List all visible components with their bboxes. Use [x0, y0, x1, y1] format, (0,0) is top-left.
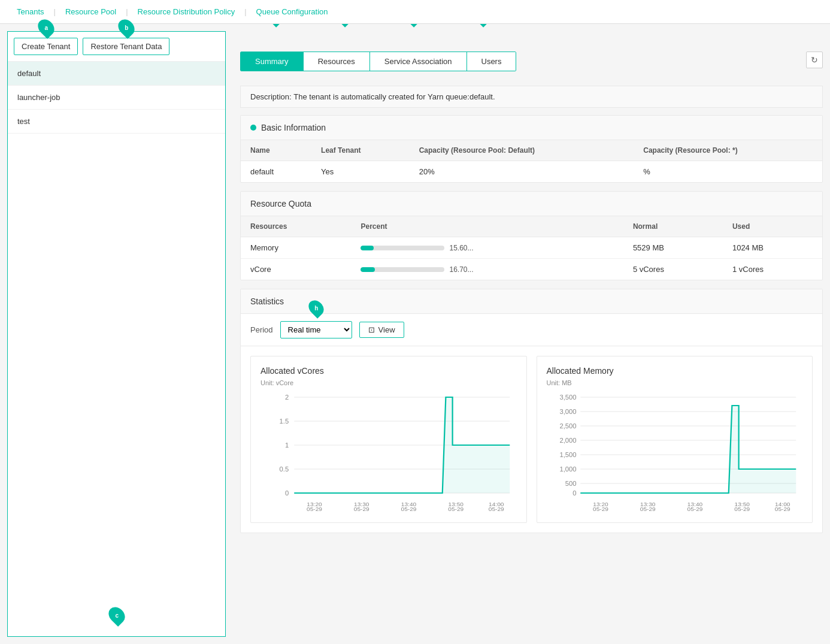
memory-svg: 3,500 3,000 2,500 2,000 1,500 1,000 500 … — [547, 391, 803, 511]
resource-quota-title: Resource Quota — [250, 199, 311, 208]
svg-text:05-29: 05-29 — [687, 506, 702, 511]
nav-divider-3: | — [242, 7, 249, 16]
svg-text:2,500: 2,500 — [559, 423, 576, 430]
resource-name: vCore — [241, 259, 351, 280]
description-label: Description: — [250, 92, 292, 101]
statistics-card: Statistics Period h Real time Last 1 hou… — [240, 289, 823, 533]
resource-used: 1 vCores — [723, 259, 822, 280]
vcores-chart: Allocated vCores Unit: vCore 2 1.5 1 0. — [250, 356, 527, 523]
memory-title: Allocated Memory — [547, 366, 803, 376]
tenant-name-launcher-job: launcher-job — [17, 93, 60, 102]
row-leaf-tenant: Yes — [311, 161, 410, 183]
view-button[interactable]: ⊡ View — [359, 322, 404, 338]
svg-text:3,000: 3,000 — [559, 409, 576, 415]
restore-tenant-button[interactable]: Restore Tenant Data — [83, 38, 169, 55]
table-row: vCore 16.70... 5 vCores1 vCores — [241, 259, 822, 280]
svg-text:05-29: 05-29 — [401, 506, 417, 511]
svg-text:05-29: 05-29 — [307, 506, 322, 511]
sidebar: a Create Tenant b Restore Tenant Data de… — [7, 31, 226, 637]
tenant-item-default[interactable]: default — [8, 62, 225, 86]
svg-text:1,000: 1,000 — [559, 466, 576, 473]
tab-summary[interactable]: Summary — [241, 52, 304, 71]
refresh-button[interactable]: ↻ — [806, 52, 823, 68]
svg-text:05-29: 05-29 — [734, 506, 750, 511]
col-resources: Resources — [241, 216, 351, 237]
tab-row: d e f g — [240, 30, 823, 78]
col-used: Used — [723, 216, 822, 237]
svg-text:05-29: 05-29 — [593, 506, 608, 511]
svg-text:500: 500 — [565, 480, 576, 487]
svg-text:3,500: 3,500 — [559, 394, 576, 401]
view-button-label: View — [378, 325, 395, 334]
col-capacity-star: Capacity (Resource Pool: *) — [634, 140, 822, 161]
tenant-item-launcher-job[interactable]: launcher-job — [8, 86, 225, 110]
statistics-title: Statistics — [250, 297, 284, 306]
tenant-name-test: test — [17, 117, 30, 126]
col-percent: Percent — [351, 216, 623, 237]
nav-queue-config[interactable]: Queue Configuration — [249, 0, 335, 23]
charts-row: Allocated vCores Unit: vCore 2 1.5 1 0. — [241, 346, 822, 533]
tour-pin-a-label: a — [44, 25, 48, 31]
svg-text:05-29: 05-29 — [640, 506, 655, 511]
tour-pin-c-label: c — [115, 612, 119, 619]
tab-resources[interactable]: Resources — [304, 52, 370, 71]
resource-normal: 5529 MB — [623, 237, 723, 259]
svg-text:1,500: 1,500 — [559, 452, 576, 458]
row-capacity-star: % — [634, 161, 822, 183]
description-bar: Description: The tenant is automatically… — [240, 86, 823, 108]
svg-text:05-29: 05-29 — [489, 506, 504, 511]
tour-pin-b-label: b — [125, 25, 128, 31]
period-select[interactable]: Real time Last 1 hour Last 6 hours Last … — [280, 321, 352, 338]
nav-resource-dist[interactable]: Resource Distribution Policy — [131, 0, 243, 23]
tour-pin-h-label: h — [314, 305, 318, 312]
basic-info-table: Name Leaf Tenant Capacity (Resource Pool… — [241, 140, 822, 182]
stats-controls: Period h Real time Last 1 hour Last 6 ho… — [241, 314, 822, 346]
table-row: default Yes 20% % — [241, 161, 822, 183]
tab-users[interactable]: Users — [467, 52, 516, 71]
vcores-svg: 2 1.5 1 0.5 0 13:20 05-29 13:30 05-29 13… — [260, 391, 517, 511]
col-capacity-default: Capacity (Resource Pool: Default) — [410, 140, 634, 161]
tenant-item-test[interactable]: test — [8, 110, 225, 134]
col-normal: Normal — [623, 216, 723, 237]
svg-text:0: 0 — [572, 490, 576, 497]
resource-quota-table: Resources Percent Normal Used Memory 15.… — [241, 216, 822, 280]
statistics-header: Statistics — [241, 289, 822, 314]
svg-marker-47 — [580, 406, 796, 493]
create-tenant-button[interactable]: Create Tenant — [14, 38, 78, 55]
basic-info-header: Basic Information — [241, 116, 822, 140]
tab-bar: Summary Resources Service Association Us… — [240, 52, 516, 71]
resource-percent: 15.60... — [351, 237, 623, 259]
period-label: Period — [250, 325, 273, 334]
svg-text:0: 0 — [285, 490, 289, 497]
basic-info-title: Basic Information — [261, 123, 326, 132]
tenant-list: default launcher-job test — [8, 62, 225, 594]
svg-text:1: 1 — [285, 442, 289, 449]
vcores-unit: Unit: vCore — [260, 379, 517, 386]
svg-text:05-29: 05-29 — [448, 506, 464, 511]
tenant-name-default: default — [17, 69, 41, 78]
nav-resource-pool[interactable]: Resource Pool — [58, 0, 123, 23]
view-icon: ⊡ — [368, 325, 375, 334]
tab-service-association[interactable]: Service Association — [370, 52, 467, 71]
green-dot-icon — [250, 125, 256, 131]
description-text: The tenant is automatically created for … — [293, 92, 495, 101]
resource-percent: 16.70... — [351, 259, 623, 280]
row-name: default — [241, 161, 311, 183]
col-name: Name — [241, 140, 311, 161]
basic-info-card: Basic Information Name Leaf Tenant Capac… — [240, 115, 823, 183]
svg-text:2,000: 2,000 — [559, 437, 576, 444]
nav-divider-2: | — [123, 7, 130, 16]
svg-text:05-29: 05-29 — [774, 506, 790, 511]
resource-normal: 5 vCores — [623, 259, 723, 280]
svg-text:2: 2 — [285, 394, 289, 401]
col-leaf-tenant: Leaf Tenant — [311, 140, 410, 161]
resource-name: Memory — [241, 237, 351, 259]
table-row: Memory 15.60... 5529 MB1024 MB — [241, 237, 822, 259]
resource-used: 1024 MB — [723, 237, 822, 259]
svg-text:05-29: 05-29 — [354, 506, 369, 511]
vcores-title: Allocated vCores — [260, 366, 517, 376]
svg-text:0.5: 0.5 — [280, 466, 289, 473]
main-layout: a Create Tenant b Restore Tenant Data de… — [0, 24, 830, 644]
nav-divider-1: | — [52, 7, 58, 16]
resource-quota-header: Resource Quota — [241, 192, 822, 216]
